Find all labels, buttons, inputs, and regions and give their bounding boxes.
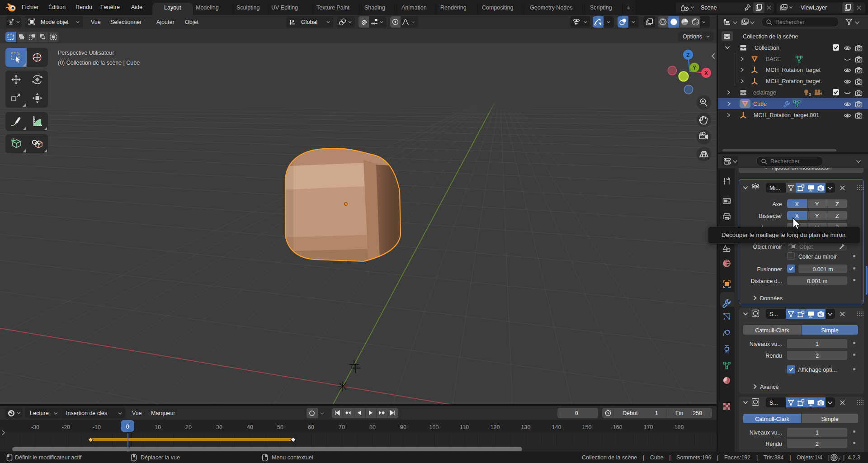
svg-text:X: X (704, 70, 708, 76)
svg-text:Z: Z (686, 52, 689, 58)
svg-text:Y: Y (693, 65, 696, 71)
